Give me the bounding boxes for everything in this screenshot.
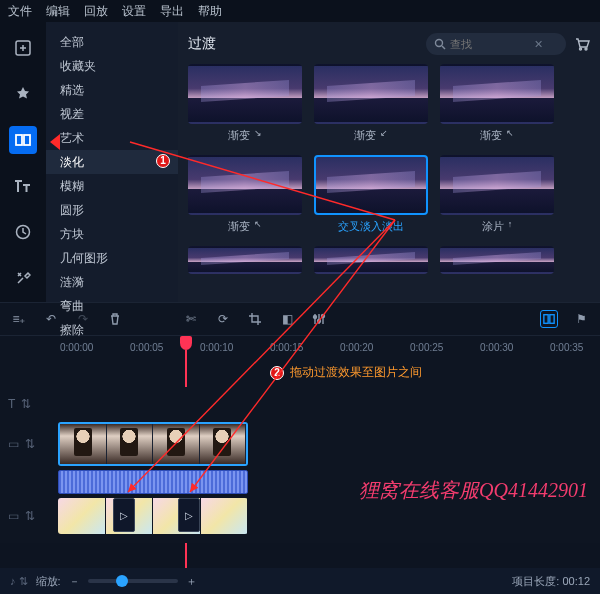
menu-playback[interactable]: 回放 (84, 3, 108, 20)
search-input[interactable] (450, 38, 530, 50)
transition-thumb[interactable]: 渐变↖ (440, 64, 554, 143)
category-item[interactable]: 涟漪 (46, 270, 178, 294)
category-item[interactable]: 艺术 (46, 126, 178, 150)
mute-audio-icon[interactable]: ♪ ⇅ (10, 575, 28, 588)
category-item[interactable]: 圆形 (46, 198, 178, 222)
transition-thumb[interactable] (440, 246, 554, 274)
ruler-tick: 0:00:15 (270, 342, 303, 353)
ruler-tick: 0:00:35 (550, 342, 583, 353)
duration-label: 项目长度: (512, 575, 559, 587)
timeline-ruler[interactable]: 0:00:00 0:00:05 0:00:10 0:00:15 0:00:20 … (0, 336, 600, 360)
left-toolbar (0, 22, 46, 302)
transition-marker[interactable]: ▷ (178, 498, 200, 532)
clock-icon[interactable] (9, 218, 37, 246)
menu-edit[interactable]: 编辑 (46, 3, 70, 20)
category-item-selected[interactable]: 淡化 1 (46, 150, 178, 174)
svg-rect-2 (24, 135, 30, 145)
svg-rect-1 (16, 135, 22, 145)
video-clip[interactable] (58, 422, 248, 466)
svg-point-4 (436, 40, 443, 47)
zoom-out-button[interactable]: － (69, 574, 80, 589)
crop-button[interactable] (246, 310, 264, 328)
annotation-text: 拖动过渡效果至图片之间 (290, 364, 422, 381)
menu-export[interactable]: 导出 (160, 3, 184, 20)
rotate-button[interactable]: ⟳ (214, 310, 232, 328)
tools-icon[interactable] (9, 264, 37, 292)
hide-icon[interactable]: ▭ (8, 509, 19, 523)
annotation-hint: 2 拖动过渡效果至图片之间 (0, 360, 600, 387)
color-adjust-button[interactable]: ◧ (278, 310, 296, 328)
search-box[interactable]: ✕ (426, 33, 566, 55)
thumb-label: 渐变 (228, 128, 250, 143)
transition-marker[interactable]: ▷ (113, 498, 135, 532)
zoom-label: 缩放: (36, 574, 61, 589)
ruler-tick: 0:00:00 (60, 342, 93, 353)
levels-button[interactable] (310, 310, 328, 328)
svg-point-7 (314, 316, 317, 319)
category-item[interactable]: 几何图形 (46, 246, 178, 270)
split-button[interactable]: ✄ (182, 310, 200, 328)
svg-rect-10 (544, 315, 548, 324)
menu-settings[interactable]: 设置 (122, 3, 146, 20)
pin-icon[interactable] (9, 80, 37, 108)
svg-point-6 (585, 48, 587, 50)
link-icon[interactable]: ⇅ (25, 437, 35, 451)
thumb-label: 渐变 (354, 128, 376, 143)
ruler-tick: 0:00:05 (130, 342, 163, 353)
add-media-icon[interactable] (9, 34, 37, 62)
category-item[interactable]: 精选 (46, 78, 178, 102)
ruler-tick: 0:00:10 (200, 342, 233, 353)
svg-point-8 (318, 320, 321, 323)
video-track[interactable]: T⇅ (8, 389, 592, 419)
menu-file[interactable]: 文件 (8, 3, 32, 20)
transition-gallery: 过渡 ✕ 渐变↘ 渐变↙ 渐变↖ 渐变↖ 交叉淡入淡出 涂片↑ (178, 22, 600, 302)
redo-button[interactable]: ↷ (74, 310, 92, 328)
panel-title: 过渡 (188, 35, 216, 53)
menu-help[interactable]: 帮助 (198, 3, 222, 20)
zoom-slider[interactable] (88, 579, 178, 583)
image-clip-strip[interactable] (58, 498, 248, 534)
link-icon[interactable]: ⇅ (25, 509, 35, 523)
text-track-icon: T (8, 397, 15, 411)
watermark-text: 狸窝在线客服QQ41442901 (359, 477, 588, 504)
upper-pane: 全部 收藏夹 精选 视差 艺术 淡化 1 模糊 圆形 方块 几何图形 涟漪 弯曲… (0, 22, 600, 302)
category-label: 淡化 (60, 155, 84, 169)
transition-thumb[interactable]: 渐变↘ (188, 64, 302, 143)
ruler-tick: 0:00:30 (480, 342, 513, 353)
timeline-tracks: T⇅ ▭⇅ ▭⇅ ▷ ▷ (0, 387, 600, 543)
annotation-badge-1: 1 (156, 154, 170, 168)
duration-value: 00:12 (562, 575, 590, 587)
category-item[interactable]: 方块 (46, 222, 178, 246)
transition-thumb[interactable]: 渐变↖ (188, 155, 302, 234)
transition-thumb-selected[interactable]: 交叉淡入淡出 (314, 155, 428, 234)
ruler-tick: 0:00:25 (410, 342, 443, 353)
marker-button[interactable]: ⚑ (572, 310, 590, 328)
category-item[interactable]: 弯曲 (46, 294, 178, 318)
titles-icon[interactable] (9, 172, 37, 200)
category-item[interactable]: 全部 (46, 30, 178, 54)
hide-icon[interactable]: ▭ (8, 437, 19, 451)
category-item[interactable]: 视差 (46, 102, 178, 126)
category-item[interactable]: 模糊 (46, 174, 178, 198)
cart-icon[interactable] (574, 36, 590, 52)
transition-thumb[interactable] (314, 246, 428, 274)
video-track[interactable]: ▭⇅ (8, 421, 592, 467)
category-item[interactable]: 收藏夹 (46, 54, 178, 78)
track-settings-icon[interactable]: ≡₊ (10, 310, 28, 328)
transition-props-button[interactable] (540, 310, 558, 328)
audio-clip[interactable] (58, 470, 248, 494)
clear-icon[interactable]: ✕ (534, 38, 543, 51)
thumb-label: 渐变 (480, 128, 502, 143)
transitions-icon[interactable] (9, 126, 37, 154)
thumb-label: 渐变 (228, 219, 250, 234)
transition-thumb[interactable] (188, 246, 302, 274)
transition-thumb[interactable]: 渐变↙ (314, 64, 428, 143)
transition-thumb[interactable]: 涂片↑ (440, 155, 554, 234)
svg-point-5 (580, 48, 582, 50)
ruler-tick: 0:00:20 (340, 342, 373, 353)
svg-point-9 (322, 315, 325, 318)
search-icon (434, 38, 446, 50)
zoom-in-button[interactable]: ＋ (186, 574, 197, 589)
menu-bar: 文件 编辑 回放 设置 导出 帮助 (0, 0, 600, 22)
category-list: 全部 收藏夹 精选 视差 艺术 淡化 1 模糊 圆形 方块 几何图形 涟漪 弯曲… (46, 22, 178, 302)
